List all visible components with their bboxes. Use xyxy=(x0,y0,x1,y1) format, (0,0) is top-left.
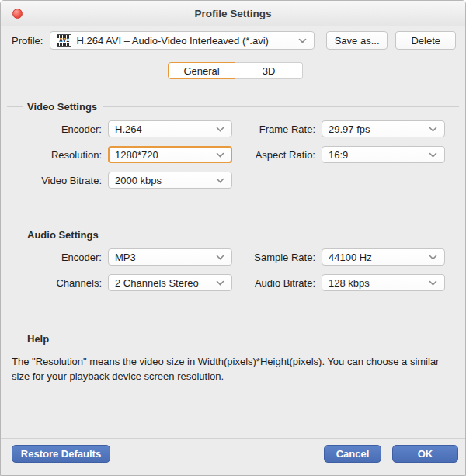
profile-label: Profile: xyxy=(12,35,43,47)
sample-rate-label: Sample Rate: xyxy=(238,252,315,263)
chevron-down-icon xyxy=(429,127,437,132)
frame-rate-select[interactable]: 29.97 fps xyxy=(322,120,445,137)
save-as-button[interactable]: Save as... xyxy=(326,31,388,50)
chevron-down-icon xyxy=(429,152,437,158)
chevron-down-icon xyxy=(216,178,224,183)
audio-bitrate-label: Audio Bitrate: xyxy=(238,277,315,289)
video-bitrate-select[interactable]: 2000 kbps xyxy=(108,172,232,189)
audio-settings-header: Audio Settings xyxy=(1,229,465,241)
profile-settings-dialog: Profile Settings Profile: AVI H.264 AVI … xyxy=(0,0,466,476)
aspect-ratio-label: Aspect Ratio: xyxy=(238,149,315,161)
channels-label: Channels: xyxy=(12,277,102,289)
audio-encoder-label: Encoder: xyxy=(12,252,102,263)
video-settings-header: Video Settings xyxy=(1,101,465,113)
video-encoder-label: Encoder: xyxy=(12,123,102,135)
chevron-down-icon xyxy=(298,38,307,43)
chevron-down-icon xyxy=(429,255,437,260)
chevron-down-icon xyxy=(216,152,224,158)
video-bitrate-label: Video Bitrate: xyxy=(12,175,102,186)
close-button[interactable] xyxy=(12,9,23,19)
profile-select[interactable]: AVI H.264 AVI – Audio-Video Interleaved … xyxy=(50,31,314,50)
footer-bar: Restore Defaults Cancel OK xyxy=(1,438,465,475)
resolution-label: Resolution: xyxy=(12,149,102,161)
video-settings-title: Video Settings xyxy=(27,101,97,113)
audio-encoder-select[interactable]: MP3 xyxy=(108,248,232,266)
sample-rate-select[interactable]: 44100 Hz xyxy=(322,248,445,266)
profile-select-value: H.264 AVI – Audio-Video Interleaved (*.a… xyxy=(76,35,291,47)
resolution-select[interactable]: 1280*720 xyxy=(108,146,232,163)
chevron-down-icon xyxy=(216,280,224,286)
video-settings-section: Video Settings Encoder: H.264 Frame Rate… xyxy=(1,101,465,189)
channels-select[interactable]: 2 Channels Stereo xyxy=(108,274,232,291)
help-header: Help xyxy=(1,333,465,345)
help-title: Help xyxy=(27,333,49,345)
chevron-down-icon xyxy=(216,255,224,260)
video-encoder-select[interactable]: H.264 xyxy=(108,120,232,137)
ok-button[interactable]: OK xyxy=(392,445,458,463)
audio-settings-title: Audio Settings xyxy=(27,229,99,241)
titlebar: Profile Settings xyxy=(1,1,465,26)
help-section: Help The "Resolution" means the video si… xyxy=(1,333,465,384)
avi-filmstrip-icon: AVI xyxy=(57,34,71,47)
window-title: Profile Settings xyxy=(194,8,271,19)
tab-3d[interactable]: 3D xyxy=(235,62,303,79)
frame-rate-label: Frame Rate: xyxy=(238,123,315,135)
audio-bitrate-select[interactable]: 128 kbps xyxy=(322,274,445,291)
cancel-button[interactable]: Cancel xyxy=(324,445,381,463)
profile-row: Profile: AVI H.264 AVI – Audio-Video Int… xyxy=(12,31,456,50)
tab-general[interactable]: General xyxy=(168,62,235,79)
chevron-down-icon xyxy=(429,280,437,286)
delete-button[interactable]: Delete xyxy=(395,31,456,50)
restore-defaults-button[interactable]: Restore Defaults xyxy=(12,445,110,463)
aspect-ratio-select[interactable]: 16:9 xyxy=(322,146,445,163)
tab-bar: General 3D xyxy=(168,62,303,79)
audio-settings-section: Audio Settings Encoder: MP3 Sample Rate:… xyxy=(1,229,465,291)
chevron-down-icon xyxy=(216,127,224,132)
help-text: The "Resolution" means the video size in… xyxy=(12,355,440,384)
